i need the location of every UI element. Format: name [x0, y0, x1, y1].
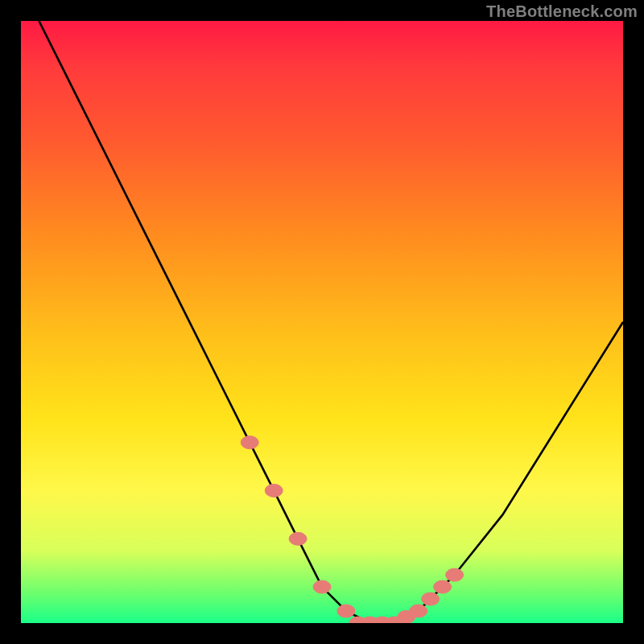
chart-stage: TheBottleneck.com [0, 0, 644, 644]
curve-markers [241, 436, 463, 623]
bottleneck-curve [39, 21, 623, 623]
curve-marker [337, 605, 355, 617]
curve-marker [241, 436, 258, 449]
curve-marker [410, 605, 427, 617]
curve-marker [434, 580, 452, 593]
curve-marker [446, 568, 464, 581]
curve-marker [289, 532, 307, 545]
curve-marker [265, 484, 283, 497]
watermark-text: TheBottleneck.com [486, 2, 638, 21]
curve-marker [313, 580, 331, 593]
curve-layer [21, 21, 623, 623]
curve-marker [422, 592, 440, 605]
